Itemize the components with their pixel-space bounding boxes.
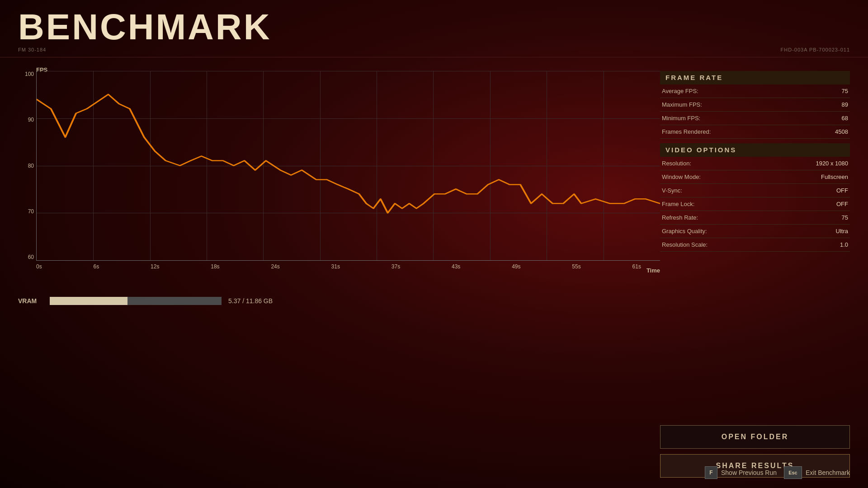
main-layout: FPS 100 90 80 70 60 (0, 57, 868, 487)
graphics-quality-value: Ultra (836, 228, 848, 235)
graphics-quality-label: Graphics Quality: (662, 228, 707, 235)
resolution-label: Resolution: (662, 160, 691, 167)
y-label-70: 70 (19, 208, 34, 215)
graphics-quality-row: Graphics Quality: Ultra (660, 225, 850, 238)
video-options-title: VIDEO OPTIONS (665, 146, 736, 154)
frames-rendered-value: 4508 (835, 128, 848, 135)
y-label-90: 90 (19, 117, 34, 123)
page-title: BENCHMARK (18, 9, 850, 45)
time-label: Time (646, 267, 660, 274)
x-label-43: 43s (452, 263, 460, 270)
y-label-60: 60 (19, 254, 34, 260)
window-mode-value: Fullscreen (821, 174, 848, 180)
right-panel: FRAME RATE Average FPS: 75 Maximum FPS: … (660, 66, 850, 478)
y-label-100: 100 (19, 71, 34, 77)
frames-rendered-row: Frames Rendered: 4508 (660, 125, 850, 139)
x-label-31: 31s (331, 263, 340, 270)
resolution-scale-value: 1.0 (840, 241, 848, 248)
vsync-row: V-Sync: OFF (660, 184, 850, 197)
open-folder-button[interactable]: OPEN FOLDER (660, 425, 850, 449)
header: BENCHMARK FM 30-184 FHD-003A PB-700023-0… (0, 0, 868, 57)
x-label-55: 55s (572, 263, 580, 270)
frame-rate-table: Average FPS: 75 Maximum FPS: 89 Minimum … (660, 84, 850, 139)
x-label-18: 18s (211, 263, 219, 270)
f-key: F (705, 466, 717, 479)
exit-benchmark-label: Exit Benchmark (806, 469, 850, 476)
header-subtitle: FM 30-184 FHD-003A PB-700023-011 (18, 47, 850, 52)
show-previous-run-label: Show Previous Run (721, 469, 777, 476)
avg-fps-value: 75 (842, 88, 848, 94)
vram-bar (50, 297, 222, 305)
header-sub-right: FHD-003A PB-700023-011 (781, 47, 850, 52)
x-label-0: 0s (36, 263, 42, 270)
frame-lock-label: Frame Lock: (662, 201, 694, 207)
vram-section: VRAM 5.37 / 11.86 GB (18, 297, 642, 305)
esc-key: Esc (784, 466, 802, 479)
avg-fps-label: Average FPS: (662, 88, 698, 94)
frame-rate-title: FRAME RATE (665, 74, 723, 81)
x-label-24: 24s (271, 263, 279, 270)
vsync-label: V-Sync: (662, 187, 682, 194)
window-mode-label: Window Mode: (662, 174, 701, 180)
x-axis-labels: 0s 6s 12s 18s 24s 31s 37s 43s 49s 55s 61… (36, 263, 642, 270)
x-label-61: 61s (632, 263, 641, 270)
exit-benchmark-button[interactable]: Esc Exit Benchmark (784, 466, 850, 479)
frames-rendered-label: Frames Rendered: (662, 128, 711, 135)
x-label-49: 49s (512, 263, 520, 270)
frame-rate-header: FRAME RATE (660, 71, 850, 84)
max-fps-row: Maximum FPS: 89 (660, 98, 850, 112)
avg-fps-row: Average FPS: 75 (660, 84, 850, 98)
resolution-scale-row: Resolution Scale: 1.0 (660, 238, 850, 252)
show-previous-run-button[interactable]: F Show Previous Run (705, 466, 777, 479)
chart-container: FPS 100 90 80 70 60 (18, 66, 642, 274)
video-options-table: Resolution: 868 x 488 Window Mode: Ful… (660, 157, 850, 252)
min-fps-value: 68 (842, 115, 848, 122)
window-mode-row: Window Mode: Fullscreen (660, 170, 850, 184)
resolution-row: Resolution: 868 x 488 (660, 157, 850, 170)
resolution-scale-label: Resolution Scale: (662, 241, 708, 248)
x-label-12: 12s (151, 263, 159, 270)
vsync-value: OFF (836, 187, 848, 194)
min-fps-label: Minimum FPS: (662, 115, 700, 122)
y-label-80: 80 (19, 163, 34, 169)
refresh-rate-value: 75 (842, 214, 848, 221)
resolution-value: 868 x 488 (816, 160, 848, 167)
max-fps-label: Maximum FPS: (662, 101, 702, 108)
chart-area: 100 90 80 70 60 (36, 71, 660, 261)
vram-label: VRAM (18, 297, 43, 305)
vram-value: 5.37 / 11.86 GB (228, 297, 273, 305)
refresh-rate-label: Refresh Rate: (662, 214, 698, 221)
video-options-header: VIDEO OPTIONS (660, 143, 850, 157)
max-fps-value: 89 (842, 101, 848, 108)
left-panel: FPS 100 90 80 70 60 (18, 66, 642, 478)
min-fps-row: Minimum FPS: 68 (660, 112, 850, 125)
refresh-rate-row: Refresh Rate: 75 (660, 211, 850, 225)
header-sub-left: FM 30-184 (18, 47, 46, 52)
vram-bar-fill (50, 297, 127, 305)
frame-lock-row: Frame Lock: OFF (660, 197, 850, 211)
fps-chart (37, 71, 660, 260)
y-axis-labels: 100 90 80 70 60 (19, 71, 34, 260)
x-label-6: 6s (94, 263, 99, 270)
bottom-bar: F Show Previous Run Esc Exit Benchmark (705, 466, 850, 479)
frame-lock-value: OFF (836, 201, 848, 207)
x-label-37: 37s (392, 263, 400, 270)
